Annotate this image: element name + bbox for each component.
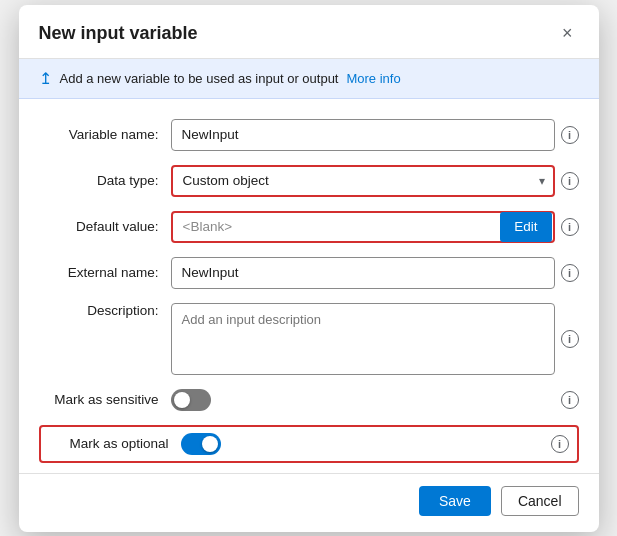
save-button[interactable]: Save (419, 486, 491, 516)
description-info-icon[interactable]: i (561, 330, 579, 348)
mark-sensitive-control: i (171, 389, 579, 411)
external-name-input[interactable] (171, 257, 555, 289)
more-info-link[interactable]: More info (346, 71, 400, 86)
variable-name-info-icon[interactable]: i (561, 126, 579, 144)
description-input[interactable] (171, 303, 555, 375)
banner-text: Add a new variable to be used as input o… (60, 71, 339, 86)
description-control: i (171, 303, 579, 375)
mark-optional-row: Mark as optional i (39, 425, 579, 463)
description-label: Description: (39, 303, 159, 318)
mark-sensitive-label: Mark as sensitive (39, 392, 159, 407)
dialog-footer: Save Cancel (19, 473, 599, 532)
cancel-button[interactable]: Cancel (501, 486, 579, 516)
data-type-row: Data type: Text Number Boolean Object Cu… (39, 165, 579, 197)
optional-toggle-knob (202, 436, 218, 452)
data-type-info-icon[interactable]: i (561, 172, 579, 190)
data-type-select[interactable]: Text Number Boolean Object Custom object… (171, 165, 555, 197)
description-row: Description: i (39, 303, 579, 375)
mark-optional-label: Mark as optional (49, 436, 169, 451)
external-name-label: External name: (39, 265, 159, 280)
default-value-text: <Blank> (173, 219, 494, 234)
dialog-body: Variable name: i Data type: Text Number … (19, 99, 599, 473)
default-value-row: Default value: <Blank> Edit i (39, 211, 579, 243)
variable-name-control: i (171, 119, 579, 151)
default-value-info-icon[interactable]: i (561, 218, 579, 236)
mark-optional-toggle[interactable] (181, 433, 221, 455)
variable-name-input[interactable] (171, 119, 555, 151)
close-button[interactable]: × (556, 21, 579, 46)
dialog-header: New input variable × (19, 5, 599, 59)
default-value-label: Default value: (39, 219, 159, 234)
data-type-control: Text Number Boolean Object Custom object… (171, 165, 579, 197)
data-type-label: Data type: (39, 173, 159, 188)
sensitive-toggle-knob (174, 392, 190, 408)
external-name-control: i (171, 257, 579, 289)
upload-icon: ↥ (39, 69, 52, 88)
info-banner: ↥ Add a new variable to be used as input… (19, 59, 599, 99)
external-name-info-icon[interactable]: i (561, 264, 579, 282)
default-value-field: <Blank> Edit (171, 211, 555, 243)
mark-sensitive-row: Mark as sensitive i (39, 389, 579, 411)
mark-sensitive-toggle[interactable] (171, 389, 211, 411)
external-name-row: External name: i (39, 257, 579, 289)
optional-toggle-track[interactable] (181, 433, 221, 455)
sensitive-toggle-track[interactable] (171, 389, 211, 411)
default-value-control: <Blank> Edit i (171, 211, 579, 243)
variable-name-label: Variable name: (39, 127, 159, 142)
data-type-select-wrap: Text Number Boolean Object Custom object… (171, 165, 555, 197)
mark-sensitive-info-icon[interactable]: i (561, 391, 579, 409)
mark-optional-control: i (181, 433, 569, 455)
edit-button[interactable]: Edit (500, 212, 551, 242)
dialog-title: New input variable (39, 23, 198, 44)
dialog: New input variable × ↥ Add a new variabl… (19, 5, 599, 532)
mark-optional-info-icon[interactable]: i (551, 435, 569, 453)
variable-name-row: Variable name: i (39, 119, 579, 151)
